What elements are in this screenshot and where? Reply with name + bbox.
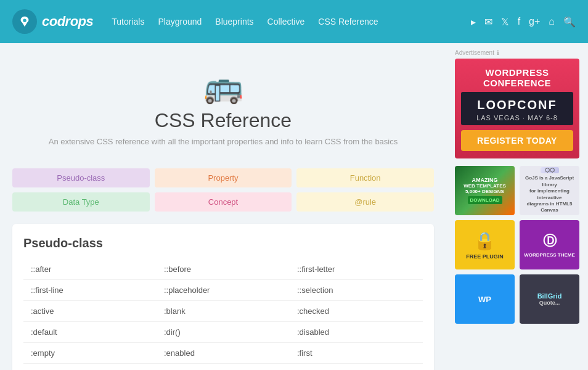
list-item[interactable]: :enabled <box>157 343 290 364</box>
list-item[interactable]: ::selection <box>290 280 423 301</box>
cat-pseudo-class[interactable]: Pseudo-class <box>12 168 150 187</box>
twitter-icon[interactable]: 𝕏 <box>501 16 509 28</box>
list-item[interactable]: :default <box>23 322 157 343</box>
wp-conf-banner[interactable]: WORDPRESS CONFERENCE LOOPCONF LAS VEGAS … <box>455 59 579 158</box>
header: codrops Tutorials Playground Blueprints … <box>0 0 588 43</box>
cat-property[interactable]: Property <box>155 168 292 187</box>
wp-theme-label: WORDPRESS THEME <box>524 252 575 258</box>
sidebar: Advertisement ℹ WORDPRESS CONFERENCE LOO… <box>446 43 588 370</box>
page-title: CSS Reference <box>12 109 434 132</box>
list-item[interactable]: ::placeholder <box>157 280 290 301</box>
list-item[interactable]: ::before <box>157 259 290 280</box>
github-icon[interactable]: ⌂ <box>549 16 555 27</box>
download-btn: DOWNLOAD <box>468 196 502 204</box>
info-icon: ℹ <box>497 49 499 56</box>
rss-icon[interactable]: ▸ <box>471 16 476 28</box>
pseudo-section-title: Pseudo-class <box>23 236 423 250</box>
billgrid-sublabel: Quote... <box>539 300 560 306</box>
list-item[interactable]: ::first-letter <box>290 259 423 280</box>
gojs-text: GoJS is a JavaScript libraryfor implemen… <box>522 175 577 213</box>
cat-atrule[interactable]: @rule <box>296 192 434 212</box>
main-nav: Tutorials Playground Blueprints Collecti… <box>112 17 378 27</box>
items-grid: ::after ::before ::first-letter ::first-… <box>23 259 423 364</box>
loopconf-logo: LOOPCONF LAS VEGAS · MAY 6-8 <box>461 92 573 125</box>
bus-icon: 🚌 <box>12 68 434 105</box>
nav-blueprints[interactable]: Blueprints <box>215 17 253 27</box>
pseudo-section: Pseudo-class ::after ::before ::first-le… <box>12 224 434 370</box>
nav-tutorials[interactable]: Tutorials <box>112 17 144 27</box>
logo-text: codrops <box>42 14 93 30</box>
facebook-icon[interactable]: f <box>518 16 520 27</box>
hero: 🚌 CSS Reference An extensive CSS referen… <box>12 56 434 157</box>
gojs-visual: ⬡⬡ <box>541 167 559 173</box>
cat-concept[interactable]: Concept <box>155 192 292 212</box>
header-icons: ▸ ✉ 𝕏 f g+ ⌂ 🔍 <box>471 16 576 28</box>
list-item[interactable]: :empty <box>23 343 157 364</box>
list-item[interactable]: :active <box>23 301 157 322</box>
main-content: 🚌 CSS Reference An extensive CSS referen… <box>0 43 446 370</box>
conf-location: LAS VEGAS · MAY 6-8 <box>466 114 568 121</box>
logo-icon <box>12 9 37 34</box>
list-item[interactable]: :disabled <box>290 322 423 343</box>
billgrid-label: BillGrid <box>537 292 562 300</box>
billgrid-ad[interactable]: BillGrid Quote... <box>520 274 579 324</box>
nav-playground[interactable]: Playground <box>158 17 202 27</box>
wp-label: WP <box>478 295 491 304</box>
d-icon: Ⓓ <box>543 232 557 250</box>
free-plugin-ad[interactable]: 🔒 FREE PLUGIN <box>455 220 515 269</box>
ad-label: Advertisement ℹ <box>455 49 579 56</box>
loopconf-logo-text: LOOPCONF <box>466 98 568 112</box>
nav-css-reference[interactable]: CSS Reference <box>318 17 378 27</box>
nav-collective[interactable]: Collective <box>267 17 305 27</box>
ad-line1: AMAZING <box>472 177 498 183</box>
conf-title: WORDPRESS CONFERENCE <box>461 67 573 88</box>
register-button[interactable]: REGISTER TODAY <box>461 130 573 151</box>
email-icon[interactable]: ✉ <box>484 16 492 28</box>
dream-template-ad[interactable]: AMAZING WEB TEMPLATES 5,000+ DESIGNS DOW… <box>455 166 515 215</box>
list-item[interactable]: :blank <box>157 301 290 322</box>
cat-data-type[interactable]: Data Type <box>12 192 150 212</box>
free-plugin-label: FREE PLUGIN <box>466 253 504 260</box>
list-item[interactable]: ::after <box>23 259 157 280</box>
list-item[interactable]: :first <box>290 343 423 364</box>
page-subtitle: An extensive CSS reference with all the … <box>12 137 434 146</box>
list-item[interactable]: ::first-line <box>23 280 157 301</box>
gojs-ad[interactable]: ⬡⬡ GoJS is a JavaScript libraryfor imple… <box>520 166 579 215</box>
list-item[interactable]: :dir() <box>157 322 290 343</box>
cat-function[interactable]: Function <box>296 168 434 187</box>
category-grid: Pseudo-class Property Function Data Type… <box>12 168 434 212</box>
ad-line3: 5,000+ DESIGNS <box>465 189 504 194</box>
svg-point-0 <box>23 18 27 22</box>
lock-icon: 🔒 <box>474 231 496 251</box>
wp-cruise-ad[interactable]: WP <box>455 274 515 324</box>
wordpress-theme-ad[interactable]: Ⓓ WORDPRESS THEME <box>520 220 579 269</box>
list-item[interactable]: :checked <box>290 301 423 322</box>
ad-line2: WEB TEMPLATES <box>463 183 506 189</box>
search-icon[interactable]: 🔍 <box>563 16 576 28</box>
googleplus-icon[interactable]: g+ <box>529 16 540 27</box>
sidebar-ads: AMAZING WEB TEMPLATES 5,000+ DESIGNS DOW… <box>455 166 579 324</box>
logo[interactable]: codrops <box>12 9 93 34</box>
